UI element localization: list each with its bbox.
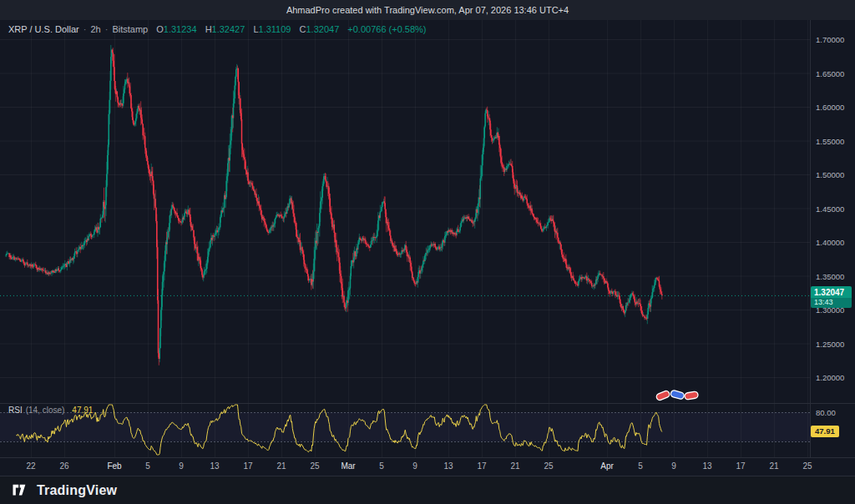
rsi-value: 47.91	[72, 406, 93, 415]
ohlc-open-value: 1.31234	[164, 24, 197, 34]
time-axis-label: 25	[802, 461, 812, 471]
tradingview-chart-page: AhmadPro created with TradingView.com, A…	[0, 0, 855, 504]
legend-separator: ·	[83, 24, 87, 34]
tradingview-logo-icon[interactable]	[12, 481, 29, 499]
chart-sticker-group[interactable]	[655, 387, 700, 407]
ohlc-high-label: H	[205, 24, 212, 34]
chart-canvas[interactable]	[0, 0, 855, 504]
price-axis-label: 1.50000	[816, 170, 844, 179]
change-value: +0.00766 (+0.58%)	[347, 24, 426, 34]
time-axis-label: 17	[736, 461, 745, 471]
time-axis-label: 13	[210, 461, 219, 471]
time-axis-label: 21	[276, 461, 286, 471]
time-axis-label: Feb	[107, 461, 121, 471]
price-axis-label: 1.45000	[816, 204, 844, 214]
time-axis-label: 21	[769, 461, 778, 471]
symbol-legend[interactable]: XRP / U.S. Dollar·2h·Bitstamp O1.31234 H…	[8, 24, 427, 34]
time-axis-label: 9	[179, 461, 184, 471]
price-axis-label: 1.20000	[816, 373, 844, 382]
time-axis-label: Apr	[600, 461, 614, 471]
time-axis-label: 13	[443, 461, 453, 471]
rsi-upper-band-label: 80.00	[816, 408, 836, 417]
time-axis-label: 21	[510, 461, 519, 471]
pill-sticker-1	[655, 390, 670, 401]
price-axis-label: 1.35000	[816, 272, 844, 281]
time-axis-label: 9	[671, 461, 676, 471]
time-axis[interactable]: 2226Feb5913172125Mar5913172125Apr5913172…	[0, 457, 855, 476]
footer-bar: TradingView	[0, 476, 855, 504]
time-axis-label: 22	[26, 461, 35, 471]
pill-sticker-2	[670, 390, 685, 400]
ohlc-high-value: 1.32427	[212, 24, 245, 34]
last-price-badge: 1.32047 13:43	[811, 286, 852, 308]
ohlc-low-value: 1.31109	[259, 24, 291, 34]
price-axis-label: 1.60000	[816, 103, 844, 112]
time-axis-label: 9	[412, 461, 417, 471]
time-axis-label: 13	[702, 461, 711, 471]
time-axis-label: 26	[59, 461, 68, 471]
ohlc-open-label: O	[156, 24, 164, 34]
symbol-title[interactable]: XRP / U.S. Dollar	[8, 24, 79, 34]
price-axis[interactable]: 1.700001.650001.600001.550001.500001.450…	[810, 20, 855, 457]
interval-label[interactable]: 2h	[90, 24, 100, 34]
time-axis-label: 25	[544, 461, 553, 471]
pill-sticker-icons[interactable]	[655, 387, 700, 404]
tradingview-wordmark[interactable]: TradingView	[37, 483, 117, 498]
rsi-value-badge: 47.91	[811, 426, 839, 437]
ohlc-values: O1.31234 H1.32427 L1.31109 C1.32047 +0.0…	[150, 24, 426, 34]
attribution-bar: AhmadPro created with TradingView.com, A…	[0, 0, 855, 20]
price-axis-label: 1.25000	[816, 340, 844, 349]
time-axis-label: 5	[638, 461, 643, 471]
time-axis-label: 5	[145, 461, 150, 471]
attribution-text: AhmadPro created with TradingView.com, A…	[286, 5, 569, 15]
rsi-params: (14, close)	[26, 406, 65, 415]
price-axis-label: 1.70000	[816, 35, 844, 44]
ohlc-close-value: 1.32047	[306, 24, 340, 34]
price-axis-label: 1.65000	[816, 69, 844, 78]
rsi-legend[interactable]: RSI(14, close)47.91	[8, 406, 93, 415]
ohlc-close-label: C	[300, 24, 306, 34]
price-axis-label: 1.40000	[816, 238, 844, 247]
time-axis-label: 25	[310, 461, 319, 471]
time-axis-label: Mar	[341, 461, 355, 471]
exchange-label: Bitstamp	[112, 24, 148, 34]
last-price-value: 1.32047	[811, 286, 852, 298]
rsi-title[interactable]: RSI	[8, 406, 23, 415]
time-axis-label: 17	[243, 461, 252, 471]
time-axis-label: 17	[477, 461, 486, 471]
bar-countdown-timer: 13:43	[811, 298, 852, 308]
pill-sticker-3	[684, 391, 698, 401]
price-axis-label: 1.55000	[816, 137, 844, 146]
time-axis-label: 5	[379, 461, 384, 471]
legend-separator: ·	[105, 24, 109, 34]
